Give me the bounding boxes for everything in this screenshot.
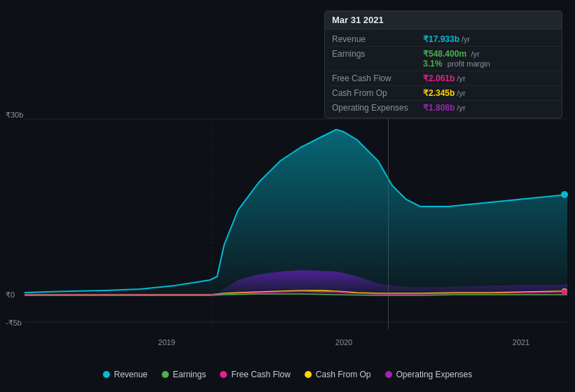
revenue-area — [25, 130, 567, 294]
tooltip-profit-margin-label: profit margin — [448, 59, 490, 68]
legend-cfop[interactable]: Cash From Op — [305, 370, 371, 379]
tooltip-revenue-row: Revenue ₹17.933b /yr — [325, 32, 562, 47]
legend-cfop-label: Cash From Op — [316, 370, 371, 379]
legend-opex[interactable]: Operating Expenses — [385, 370, 473, 379]
tooltip-earnings-unit: /yr — [471, 50, 479, 58]
tooltip-cfop-unit: /yr — [457, 89, 465, 97]
chart-tooltip: Mar 31 2021 Revenue ₹17.933b /yr Earning… — [324, 10, 562, 118]
tooltip-cfop-row: Cash From Op ₹2.345b /yr — [325, 86, 562, 101]
legend-revenue-label: Revenue — [114, 370, 148, 379]
tooltip-earnings-label: Earnings — [332, 49, 423, 59]
tooltip-cfop-value: ₹2.345b — [423, 88, 455, 98]
tooltip-fcf-label: Free Cash Flow — [332, 74, 423, 83]
revenue-dot — [561, 191, 568, 198]
tooltip-revenue-label: Revenue — [332, 34, 423, 44]
tooltip-earnings-value: ₹548.400m — [423, 49, 466, 59]
tooltip-revenue-value: ₹17.933b — [423, 34, 459, 44]
tooltip-opex-unit: /yr — [457, 104, 465, 112]
tooltip-opex-label: Operating Expenses — [332, 103, 423, 113]
tooltip-date: Mar 31 2021 — [325, 11, 562, 29]
tooltip-cfop-label: Cash From Op — [332, 88, 423, 98]
legend-opex-label: Operating Expenses — [396, 370, 473, 379]
legend-earnings[interactable]: Earnings — [162, 370, 206, 379]
legend-revenue-dot — [103, 371, 110, 378]
legend-revenue[interactable]: Revenue — [103, 370, 148, 379]
chart-container: Mar 31 2021 Revenue ₹17.933b /yr Earning… — [0, 0, 575, 392]
fcf-dot — [562, 289, 567, 295]
tooltip-opex-value: ₹1.808b — [423, 103, 455, 113]
legend-earnings-label: Earnings — [173, 370, 206, 379]
tooltip-opex-row: Operating Expenses ₹1.808b /yr — [325, 101, 562, 115]
legend-opex-dot — [385, 371, 392, 378]
tooltip-fcf-unit: /yr — [457, 74, 465, 83]
tooltip-fcf-value: ₹2.061b — [423, 74, 455, 83]
legend-fcf-dot — [220, 371, 227, 378]
tooltip-profit-margin: 3.1% — [423, 59, 442, 69]
legend-earnings-dot — [162, 371, 169, 378]
chart-legend: Revenue Earnings Free Cash Flow Cash Fro… — [0, 364, 575, 385]
legend-fcf-label: Free Cash Flow — [231, 370, 291, 379]
legend-fcf[interactable]: Free Cash Flow — [220, 370, 291, 379]
tooltip-revenue-unit: /yr — [462, 35, 470, 43]
legend-cfop-dot — [305, 371, 312, 378]
tooltip-earnings-row: Earnings ₹548.400m /yr 3.1% profit margi… — [325, 47, 562, 71]
tooltip-fcf-row: Free Cash Flow ₹2.061b /yr — [325, 71, 562, 86]
